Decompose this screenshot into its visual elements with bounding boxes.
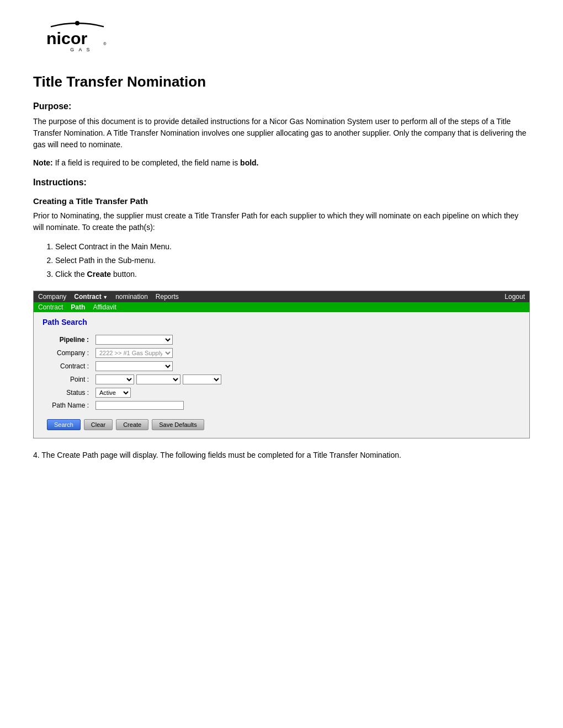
sub-nav-path[interactable]: Path: [71, 303, 85, 311]
path-name-label: Path Name :: [43, 399, 92, 411]
company-select[interactable]: 2222 >> #1 Gas Supply: [95, 348, 173, 358]
path-name-input[interactable]: [95, 401, 184, 410]
status-row-inner: Active Inactive: [95, 388, 517, 398]
creating-path-heading: Creating a Title Transfer Path: [33, 196, 530, 206]
pipeline-label: Pipeline :: [43, 333, 92, 346]
point-label: Point :: [43, 373, 92, 386]
status-row: Status : Active Inactive: [43, 386, 520, 399]
nav-contract[interactable]: Contract: [74, 293, 108, 301]
sub-nav-bar: Contract Path Affidavit: [34, 302, 529, 312]
contract-row: Contract :: [43, 360, 520, 373]
point-select-2[interactable]: [136, 374, 180, 384]
pipeline-select[interactable]: [95, 335, 173, 345]
sub-nav-affidavit[interactable]: Affidavit: [93, 303, 116, 311]
svg-text:®: ®: [103, 41, 107, 46]
creating-path-intro: Prior to Nominating, the supplier must c…: [33, 210, 530, 233]
pipeline-cell: [92, 333, 520, 346]
page-title: Title Transfer Nomination: [33, 73, 530, 90]
point-select-3[interactable]: [183, 374, 221, 384]
screenshot-box: Company Contract nomination Reports Logo…: [33, 291, 530, 438]
step-2: Select Path in the Sub-menu.: [55, 254, 530, 267]
button-row: Search Clear Create Save Defaults: [43, 417, 520, 430]
nav-reports[interactable]: Reports: [156, 293, 179, 301]
status-select[interactable]: Active Inactive: [95, 388, 131, 398]
note-paragraph: Note: If a field is required to be compl…: [33, 157, 530, 169]
contract-select[interactable]: [95, 361, 173, 371]
point-cell: [92, 373, 520, 386]
point-row: Point :: [43, 373, 520, 386]
svg-text:G A S: G A S: [70, 47, 91, 52]
path-name-cell: [92, 399, 520, 411]
step4-text: 4. The Create Path page will display. Th…: [33, 449, 530, 461]
sub-nav-contract[interactable]: Contract: [38, 303, 63, 311]
status-cell: Active Inactive: [92, 386, 520, 399]
company-row: Company : 2222 >> #1 Gas Supply: [43, 346, 520, 360]
nicor-logo: nicor G A S ®: [33, 17, 121, 61]
path-search-title: Path Search: [43, 318, 520, 326]
nav-left: Company Contract nomination Reports: [38, 293, 179, 301]
company-label: Company :: [43, 346, 92, 360]
search-button[interactable]: Search: [47, 419, 81, 430]
note-text-span: If a field is required to be completed, …: [55, 158, 240, 167]
nav-company[interactable]: Company: [38, 293, 66, 301]
path-name-row: Path Name :: [43, 399, 520, 411]
path-search-form: Pipeline : Company : 2222 >> #1 Gas Supp…: [43, 333, 520, 411]
step-3: Click the Create button.: [55, 267, 530, 281]
nav-bar: Company Contract nomination Reports Logo…: [34, 291, 529, 302]
point-select-1[interactable]: [95, 374, 134, 384]
clear-button[interactable]: Clear: [84, 419, 113, 430]
note-bold: bold.: [240, 158, 258, 167]
create-button[interactable]: Create: [116, 419, 148, 430]
contract-cell: [92, 360, 520, 373]
steps-list: Select Contract in the Main Menu. Select…: [55, 240, 530, 282]
company-cell: 2222 >> #1 Gas Supply: [92, 346, 520, 360]
nav-nomination[interactable]: nomination: [115, 293, 148, 301]
contract-label: Contract :: [43, 360, 92, 373]
svg-text:nicor: nicor: [46, 29, 87, 47]
logo-area: nicor G A S ®: [33, 17, 530, 62]
pipeline-row: Pipeline :: [43, 333, 520, 346]
save-defaults-button[interactable]: Save Defaults: [152, 419, 204, 430]
nav-logout[interactable]: Logout: [504, 293, 525, 301]
status-label: Status :: [43, 386, 92, 399]
svg-point-0: [75, 21, 79, 25]
point-selects: [95, 374, 517, 384]
form-area: Path Search Pipeline : Company : 2222 >>…: [34, 312, 529, 438]
step-1: Select Contract in the Main Menu.: [55, 240, 530, 254]
note-prefix: Note:: [33, 158, 53, 167]
instructions-heading: Instructions:: [33, 178, 530, 188]
purpose-text: The purpose of this document is to provi…: [33, 116, 530, 151]
purpose-heading: Purpose:: [33, 101, 530, 111]
